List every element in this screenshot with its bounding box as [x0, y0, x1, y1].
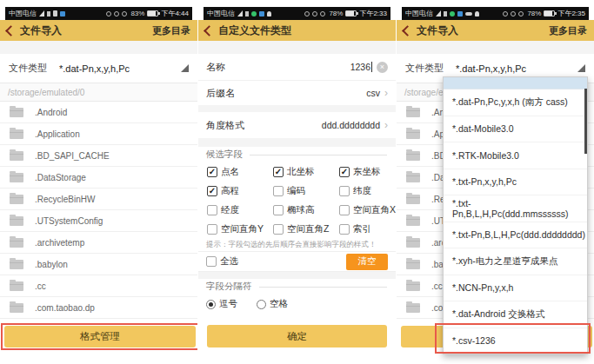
folder-icon	[10, 108, 23, 117]
dropdown-item[interactable]: *.txt-Pn,B,L,H,Pc(ddd.mmssssss)	[444, 195, 587, 222]
suffix-row[interactable]: 后缀名 csv ›	[198, 81, 396, 105]
eye-icon	[304, 11, 310, 17]
file-type-dropdown: *.dat-Pn,Pc,y,x,h (南方 cass)*.dat-Mobile3…	[443, 76, 588, 354]
back-icon[interactable]	[402, 25, 413, 36]
checkbox-label: 空间直角Y	[221, 223, 264, 235]
dropdown-item-label: *.dat-Pn,Pc,y,x,h (南方 cass)	[452, 96, 568, 109]
folder-row[interactable]: .archivetemp	[0, 232, 197, 254]
dropdown-item[interactable]: *.csv-1236	[444, 328, 587, 354]
field-checkbox[interactable]: 空间直角X	[339, 201, 396, 220]
dropdown-item[interactable]: *.NCN-Pn,y,x,h	[444, 275, 587, 302]
more-directories-button[interactable]: 更多目录	[152, 24, 190, 37]
folder-row[interactable]: .babylon	[0, 254, 197, 275]
back-icon[interactable]	[204, 25, 215, 36]
dropdown-item[interactable]: *.RTK-Mobile3.0	[444, 142, 587, 169]
divider-line	[250, 155, 387, 156]
status-right-icons: 83%下午4:44	[103, 9, 189, 18]
folder-icon	[406, 129, 420, 139]
folder-icon	[10, 216, 23, 226]
field-checkbox[interactable]: 空间直角Z	[273, 220, 339, 239]
checkbox-label: 北坐标	[287, 166, 315, 178]
clear-input-icon[interactable]	[377, 62, 388, 73]
status-bar: 中国电信 78%下午2:33	[204, 7, 390, 20]
dropdown-item[interactable]: *.dat-Mobile3.0	[444, 116, 587, 143]
more-directories-button[interactable]: 更多目录	[549, 24, 587, 37]
separator-section-title: 字段分隔符	[198, 279, 396, 295]
dropdown-item-label: *.txt-Pn,B,L,H,Pc(ddd.dddddddd)	[452, 229, 585, 240]
dropdown-triangle-icon	[181, 64, 189, 72]
status-bar: 中国电信 83%下午4:44	[5, 7, 192, 20]
confirm-button[interactable]: 确定	[207, 325, 387, 347]
file-type-value: *.dat-Pn,x,y,h,Pc	[456, 63, 526, 74]
eye-icon	[106, 11, 111, 17]
folder-icon	[406, 108, 420, 117]
folder-row[interactable]: .com.taobao.dp	[0, 297, 197, 319]
format-manage-button[interactable]: 格式管理	[4, 326, 196, 347]
page-title: 自定义文件类型	[218, 23, 291, 38]
field-checkbox[interactable]: 纬度	[339, 182, 396, 201]
file-type-value: *.dat-Pn,x,y,h,Pc	[59, 63, 130, 74]
file-browser: 文件类型 *.dat-Pn,x,y,h,Pc /storage/emulated…	[0, 41, 197, 364]
folder-row[interactable]: .RecycleBinHW	[0, 189, 197, 210]
dropdown-item[interactable]: *.txt-Pn,B,L,H,Pc(ddd.dddddddd)	[444, 222, 587, 249]
folder-row[interactable]: .BD_SAPI_CACHE	[0, 145, 197, 167]
folder-name: .DataStorage	[35, 173, 86, 182]
screen-file-import-right: 中国电信 78%下午2:35 文件导入 更多目录 文件类型 *.dat-Pn,x…	[397, 0, 594, 364]
dropdown-item-label: *.txt-Pn,B,L,H,Pc(ddd.mmssssss)	[452, 198, 587, 219]
folder-icon	[10, 195, 23, 204]
dropdown-partial-selected-item[interactable]	[444, 77, 587, 89]
field-checkbox[interactable]: 索引	[339, 220, 396, 239]
checkbox-unchecked-icon	[273, 205, 284, 215]
separator-radio[interactable]: 逗号	[206, 298, 237, 310]
separator-radio[interactable]: 空格	[257, 298, 288, 310]
file-type-selector[interactable]: 文件类型 *.dat-Pn,x,y,h,Pc	[0, 54, 197, 83]
folder-row[interactable]: .cc	[0, 275, 197, 297]
battery-percent: 83%	[130, 10, 144, 17]
field-checkbox[interactable]: 椭球高	[273, 201, 339, 220]
field-checkbox[interactable]: 北坐标	[273, 162, 339, 182]
folder-icon	[10, 303, 23, 313]
dropdown-scrollbar[interactable]	[584, 89, 587, 154]
app-icon-blue	[457, 11, 463, 17]
section-gap	[397, 41, 594, 54]
section-title-text: 字段分隔符	[206, 281, 252, 293]
field-checkbox[interactable]: 点名	[207, 162, 273, 182]
checkbox-checked-icon	[273, 167, 284, 177]
clear-fields-button[interactable]: 清空	[346, 254, 388, 270]
bell-icon	[475, 11, 479, 17]
folder-row[interactable]: .DataStorage	[0, 167, 197, 189]
section-gap	[198, 272, 396, 279]
folder-row[interactable]: .UTSystemConfig	[0, 210, 197, 232]
annotation-rect: 格式管理	[1, 323, 197, 350]
dropdown-item[interactable]: *.xyh-电力之星道亨成果点	[444, 248, 587, 275]
mute-icon	[122, 11, 127, 17]
angle-format-row[interactable]: 角度格式 ddd.dddddddd ›	[198, 112, 396, 138]
field-checkbox[interactable]: 高程	[207, 182, 273, 201]
status-time: 下午2:35	[557, 9, 585, 18]
checkbox-label: 空间直角Z	[287, 223, 329, 235]
field-checkbox[interactable]: 经度	[207, 201, 273, 220]
signal-icon	[436, 10, 441, 17]
select-all-checkbox[interactable]	[206, 256, 217, 267]
checkbox-label: 纬度	[353, 185, 371, 197]
field-checkbox[interactable]: 编码	[273, 182, 339, 201]
folder-row[interactable]: .Application	[0, 123, 197, 145]
separator-options: 逗号空格	[198, 295, 396, 314]
nav-bar: 文件导入 更多目录	[0, 20, 197, 41]
folder-icon	[406, 173, 420, 182]
checkbox-label: 高程	[221, 185, 239, 197]
dropdown-item[interactable]: *.txt-Pn,x,y,h,Pc	[444, 169, 587, 196]
dropdown-item[interactable]: *.dat-Android 交换格式	[444, 301, 587, 328]
text-cursor	[371, 62, 372, 72]
field-checkbox[interactable]: 空间直角Y	[207, 220, 273, 239]
folder-name: .cc	[35, 281, 46, 291]
status-left-icons: 中国电信	[207, 9, 271, 18]
folder-row[interactable]: .Android	[0, 102, 197, 123]
name-input-value[interactable]: 1236	[350, 62, 370, 72]
dropdown-item-list: *.dat-Pn,Pc,y,x,h (南方 cass)*.dat-Mobile3…	[444, 89, 587, 354]
field-checkbox[interactable]: 东坐标	[339, 162, 396, 182]
name-field-row[interactable]: 名称 1236	[198, 54, 396, 81]
chevron-right-icon: ›	[384, 119, 388, 131]
back-icon[interactable]	[5, 25, 17, 36]
dropdown-item[interactable]: *.dat-Pn,Pc,y,x,h (南方 cass)	[444, 89, 587, 116]
